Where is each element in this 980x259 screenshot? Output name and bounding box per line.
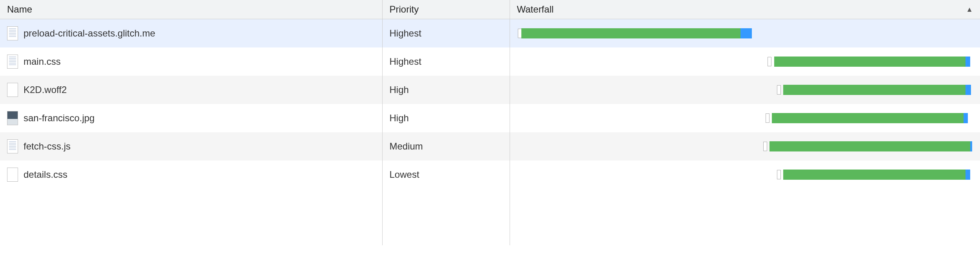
file-name-label: K2D.woff2 <box>24 84 67 95</box>
column-header-priority[interactable]: Priority <box>382 0 510 19</box>
priority-label: Highest <box>390 28 421 38</box>
waterfall-queue-marker <box>763 142 767 151</box>
waterfall-download-bar <box>772 113 964 123</box>
waterfall-download-bar <box>769 141 970 151</box>
waterfall-track <box>517 111 973 125</box>
waterfall-track <box>517 55 973 69</box>
file-name-label: main.css <box>24 56 61 67</box>
priority-cell: High <box>382 76 510 104</box>
priority-cell: Lowest <box>382 161 510 189</box>
empty-cell <box>382 189 510 217</box>
waterfall-queue-marker <box>777 170 781 179</box>
file-type-icon <box>7 55 18 69</box>
waterfall-track <box>517 139 973 153</box>
column-header-name[interactable]: Name <box>0 0 382 19</box>
file-name-label: details.css <box>24 169 67 180</box>
table-header-row: Name Priority Waterfall ▲ <box>0 0 980 19</box>
name-cell: main.css <box>0 47 382 76</box>
file-type-icon <box>7 111 18 125</box>
name-cell: preload-critical-assets.glitch.me <box>0 19 382 47</box>
name-cell: san-francisco.jpg <box>0 104 382 132</box>
file-type-icon <box>7 139 18 153</box>
table-row[interactable]: details.cssLowest <box>0 161 980 189</box>
waterfall-cell[interactable] <box>510 132 980 161</box>
network-requests-table: Name Priority Waterfall ▲ preload-critic… <box>0 0 980 245</box>
file-type-icon <box>7 26 18 40</box>
priority-label: Highest <box>390 56 421 67</box>
waterfall-content-download-bar <box>965 85 971 95</box>
waterfall-cell[interactable] <box>510 76 980 104</box>
name-cell: fetch-css.js <box>0 132 382 161</box>
priority-label: Medium <box>390 141 423 151</box>
column-header-name-label: Name <box>7 4 32 15</box>
table-row[interactable]: fetch-css.jsMedium <box>0 132 980 161</box>
waterfall-content-download-bar <box>965 57 970 67</box>
empty-cell <box>382 217 510 245</box>
priority-cell: Medium <box>382 132 510 161</box>
waterfall-download-bar <box>521 28 740 38</box>
priority-cell: High <box>382 104 510 132</box>
waterfall-download-bar <box>783 85 965 95</box>
sort-ascending-icon: ▲ <box>966 5 973 14</box>
empty-cell <box>510 189 980 217</box>
file-type-icon <box>7 168 18 182</box>
waterfall-cell[interactable] <box>510 104 980 132</box>
priority-label: High <box>390 84 409 95</box>
priority-label: High <box>390 113 409 123</box>
waterfall-download-bar <box>774 57 966 67</box>
priority-label: Lowest <box>390 169 419 180</box>
file-name-label: preload-critical-assets.glitch.me <box>24 28 155 39</box>
waterfall-content-download-bar <box>965 170 970 180</box>
column-header-priority-label: Priority <box>390 4 419 15</box>
waterfall-content-download-bar <box>970 141 972 151</box>
table-row[interactable]: K2D.woff2High <box>0 76 980 104</box>
column-header-waterfall[interactable]: Waterfall ▲ <box>510 0 980 19</box>
column-header-waterfall-label: Waterfall <box>517 4 554 15</box>
table-row[interactable]: preload-critical-assets.glitch.meHighest <box>0 19 980 47</box>
waterfall-download-bar <box>783 170 965 180</box>
empty-cell <box>510 217 980 245</box>
waterfall-queue-marker <box>766 113 769 123</box>
empty-cell <box>0 217 382 245</box>
waterfall-cell[interactable] <box>510 161 980 189</box>
waterfall-cell[interactable] <box>510 47 980 76</box>
waterfall-track <box>517 83 973 97</box>
file-name-label: san-francisco.jpg <box>24 113 94 124</box>
name-cell: details.css <box>0 161 382 189</box>
table-row[interactable]: main.cssHighest <box>0 47 980 76</box>
waterfall-queue-marker <box>768 57 771 66</box>
waterfall-track <box>517 168 973 182</box>
name-cell: K2D.woff2 <box>0 76 382 104</box>
waterfall-queue-marker <box>777 85 781 95</box>
waterfall-content-download-bar <box>740 28 752 38</box>
file-type-icon <box>7 83 18 97</box>
empty-row <box>0 189 980 217</box>
priority-cell: Highest <box>382 19 510 47</box>
empty-cell <box>0 189 382 217</box>
table-row[interactable]: san-francisco.jpgHigh <box>0 104 980 132</box>
file-name-label: fetch-css.js <box>24 141 71 152</box>
waterfall-content-download-bar <box>964 113 968 123</box>
empty-row <box>0 217 980 245</box>
waterfall-track <box>517 26 973 40</box>
waterfall-cell[interactable] <box>510 19 980 47</box>
priority-cell: Highest <box>382 47 510 76</box>
